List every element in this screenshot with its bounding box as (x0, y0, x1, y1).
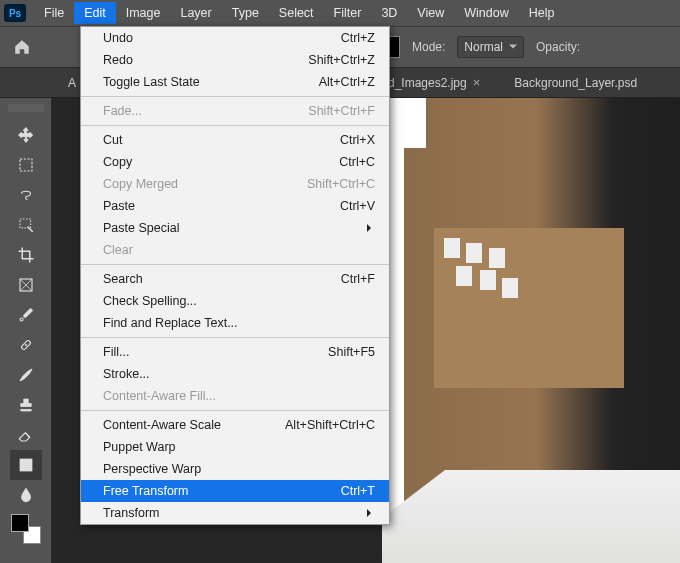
menu-item-label: Copy (103, 155, 132, 169)
menu-item-shortcut: Shift+Ctrl+C (307, 177, 375, 191)
menu-item-shortcut: Shift+F5 (328, 345, 375, 359)
menu-item-cut[interactable]: CutCtrl+X (81, 129, 389, 151)
menu-item-fade: Fade...Shift+Ctrl+F (81, 100, 389, 122)
eraser-tool[interactable] (10, 420, 42, 450)
menu-item-label: Perspective Warp (103, 462, 201, 476)
menu-type[interactable]: Type (222, 2, 269, 24)
toolbar-grip[interactable] (8, 104, 44, 112)
tab-label: A (68, 76, 76, 90)
menu-item-label: Toggle Last State (103, 75, 200, 89)
menu-separator (81, 410, 389, 411)
menu-separator (81, 337, 389, 338)
menu-window[interactable]: Window (454, 2, 518, 24)
menu-separator (81, 125, 389, 126)
menu-item-label: Clear (103, 243, 133, 257)
foreground-background-swatch[interactable] (9, 512, 43, 546)
menu-select[interactable]: Select (269, 2, 324, 24)
menu-item-label: Paste (103, 199, 135, 213)
healing-brush-tool[interactable] (10, 330, 42, 360)
menu-image[interactable]: Image (116, 2, 171, 24)
svg-point-3 (20, 318, 23, 321)
menu-item-redo[interactable]: RedoShift+Ctrl+Z (81, 49, 389, 71)
marquee-tool[interactable] (10, 150, 42, 180)
menu-help[interactable]: Help (519, 2, 565, 24)
menu-item-label: Stroke... (103, 367, 150, 381)
blur-tool[interactable] (10, 480, 42, 510)
document-tab[interactable]: A (58, 70, 78, 96)
document-tab[interactable]: d_Images2.jpg× (378, 69, 490, 96)
menu-edit[interactable]: Edit (74, 2, 116, 24)
menu-item-label: Find and Replace Text... (103, 316, 238, 330)
menu-item-paste[interactable]: PasteCtrl+V (81, 195, 389, 217)
menu-3d[interactable]: 3D (371, 2, 407, 24)
menu-layer[interactable]: Layer (170, 2, 221, 24)
menu-item-perspective-warp[interactable]: Perspective Warp (81, 458, 389, 480)
app-logo: Ps (4, 4, 26, 22)
menubar: Ps FileEditImageLayerTypeSelectFilter3DV… (0, 0, 680, 26)
menu-item-stroke[interactable]: Stroke... (81, 363, 389, 385)
document-tab[interactable]: Background_Layer.psd (504, 70, 647, 96)
menu-separator (81, 264, 389, 265)
menu-item-free-transform[interactable]: Free TransformCtrl+T (81, 480, 389, 502)
menu-item-search[interactable]: SearchCtrl+F (81, 268, 389, 290)
menu-item-label: Transform (103, 506, 160, 520)
menu-view[interactable]: View (407, 2, 454, 24)
menu-item-label: Search (103, 272, 143, 286)
brush-tool[interactable] (10, 360, 42, 390)
tab-label: d_Images2.jpg (388, 76, 467, 90)
menu-item-label: Puppet Warp (103, 440, 176, 454)
menu-item-label: Fade... (103, 104, 142, 118)
menu-item-label: Free Transform (103, 484, 188, 498)
menu-item-label: Fill... (103, 345, 129, 359)
menu-item-content-aware-scale[interactable]: Content-Aware ScaleAlt+Shift+Ctrl+C (81, 414, 389, 436)
lasso-tool[interactable] (10, 180, 42, 210)
menu-item-label: Paste Special (103, 221, 179, 235)
menu-item-check-spelling[interactable]: Check Spelling... (81, 290, 389, 312)
menu-filter[interactable]: Filter (324, 2, 372, 24)
tab-label: Background_Layer.psd (514, 76, 637, 90)
menu-item-shortcut: Alt+Shift+Ctrl+C (285, 418, 375, 432)
eyedropper-tool[interactable] (10, 300, 42, 330)
menu-item-puppet-warp[interactable]: Puppet Warp (81, 436, 389, 458)
menu-item-shortcut: Shift+Ctrl+Z (308, 53, 375, 67)
foreground-color-swatch[interactable] (11, 514, 29, 532)
menu-item-shortcut: Shift+Ctrl+F (308, 104, 375, 118)
clone-stamp-tool[interactable] (10, 390, 42, 420)
menu-item-shortcut: Ctrl+T (341, 484, 375, 498)
menu-item-label: Undo (103, 31, 133, 45)
svg-rect-6 (20, 459, 32, 471)
gradient-tool[interactable] (10, 450, 42, 480)
menu-item-shortcut: Ctrl+V (340, 199, 375, 213)
menu-item-transform[interactable]: Transform (81, 502, 389, 524)
mode-select[interactable]: Normal (457, 36, 524, 58)
edit-menu-dropdown: UndoCtrl+ZRedoShift+Ctrl+ZToggle Last St… (80, 26, 390, 525)
menu-item-label: Content-Aware Fill... (103, 389, 216, 403)
toolbar (0, 98, 52, 563)
menu-item-content-aware-fill: Content-Aware Fill... (81, 385, 389, 407)
crop-tool[interactable] (10, 240, 42, 270)
menu-item-shortcut: Ctrl+C (339, 155, 375, 169)
frame-tool[interactable] (10, 270, 42, 300)
menu-item-copy[interactable]: CopyCtrl+C (81, 151, 389, 173)
quick-select-tool[interactable] (10, 210, 42, 240)
canvas-image (382, 470, 680, 563)
menu-item-fill[interactable]: Fill...Shift+F5 (81, 341, 389, 363)
menu-item-label: Redo (103, 53, 133, 67)
menu-item-shortcut: Alt+Ctrl+Z (319, 75, 375, 89)
menu-item-toggle-last-state[interactable]: Toggle Last StateAlt+Ctrl+Z (81, 71, 389, 93)
move-tool[interactable] (10, 120, 42, 150)
menu-item-find-and-replace-text[interactable]: Find and Replace Text... (81, 312, 389, 334)
menu-item-shortcut: Ctrl+Z (341, 31, 375, 45)
mode-label: Mode: (412, 40, 445, 54)
menu-item-label: Check Spelling... (103, 294, 197, 308)
svg-rect-0 (20, 159, 32, 171)
menu-item-paste-special[interactable]: Paste Special (81, 217, 389, 239)
menu-item-label: Copy Merged (103, 177, 178, 191)
menu-file[interactable]: File (34, 2, 74, 24)
menu-item-undo[interactable]: UndoCtrl+Z (81, 27, 389, 49)
menu-item-shortcut: Ctrl+X (340, 133, 375, 147)
close-icon[interactable]: × (473, 75, 481, 90)
home-button[interactable] (10, 35, 34, 59)
menu-item-shortcut: Ctrl+F (341, 272, 375, 286)
menu-item-clear: Clear (81, 239, 389, 261)
